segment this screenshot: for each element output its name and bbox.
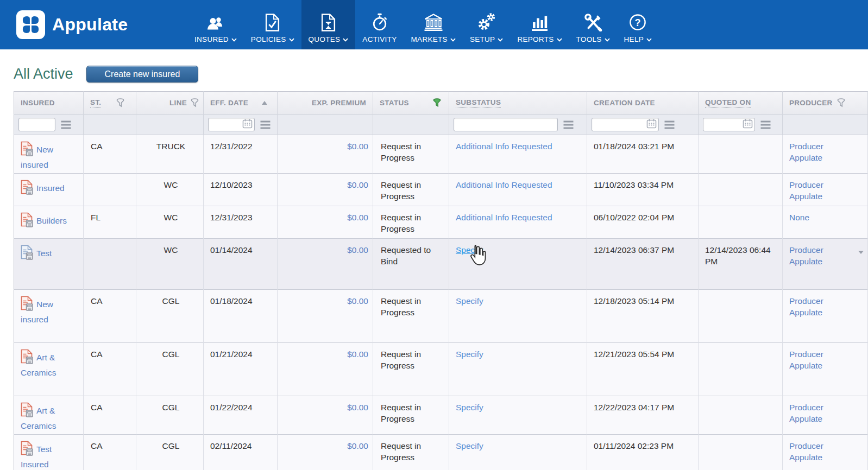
cell-creation-date: 06/10/2022 02:04 PM bbox=[587, 206, 699, 238]
filter-cell-line bbox=[136, 115, 204, 135]
insured-row: TestWC01/14/2024$0.00Requested to BindSp… bbox=[14, 238, 868, 289]
premium-amount: $0.00 bbox=[347, 213, 368, 222]
brand[interactable]: Appulate bbox=[0, 0, 160, 49]
cell-substatus: Specify bbox=[449, 238, 587, 289]
page-body: All Active Create new insured INSUREDST.… bbox=[0, 49, 868, 470]
column-label: SUBSTATUS bbox=[456, 98, 501, 108]
column-label: INSURED bbox=[21, 99, 55, 107]
filter-menu-button[interactable] bbox=[760, 120, 771, 129]
calendar-icon[interactable] bbox=[646, 118, 657, 131]
filter-menu-button[interactable] bbox=[664, 120, 675, 129]
premium-amount: $0.00 bbox=[347, 441, 368, 450]
sort-ascending-icon[interactable] bbox=[262, 101, 267, 105]
cell-exp-premium: $0.00 bbox=[278, 396, 373, 434]
substatus-link[interactable]: Specify bbox=[456, 350, 483, 359]
nav-item-reports[interactable]: REPORTS bbox=[510, 0, 569, 49]
substatus-link[interactable]: Specify bbox=[456, 403, 483, 412]
column-header-creation_date[interactable]: CREATION DATE bbox=[587, 92, 699, 115]
column-header-state[interactable]: ST. bbox=[84, 92, 136, 115]
producer-link[interactable]: Producer Appulate bbox=[789, 402, 839, 425]
premium-amount: $0.00 bbox=[347, 403, 368, 412]
calendar-icon[interactable] bbox=[242, 118, 253, 131]
cell-insured: Insured bbox=[14, 173, 84, 206]
cell-state: CA bbox=[84, 289, 136, 342]
filter-input-insured[interactable] bbox=[18, 118, 55, 131]
create-new-insured-button[interactable]: Create new insured bbox=[86, 66, 199, 82]
substatus-link[interactable]: Additional Info Requested bbox=[456, 142, 552, 151]
producer-link[interactable]: None bbox=[789, 212, 809, 224]
insured-row: InsuredWC12/10/2023$0.00Request in Progr… bbox=[14, 173, 868, 206]
premium-amount: $0.00 bbox=[347, 296, 368, 306]
filter-icon[interactable] bbox=[116, 98, 124, 107]
nav-item-insured[interactable]: INSURED bbox=[187, 0, 244, 49]
column-header-quoted_on[interactable]: QUOTED ON bbox=[699, 92, 783, 115]
filter-input-quoted_on[interactable] bbox=[706, 120, 743, 129]
nav-item-quotes[interactable]: QUOTES bbox=[301, 0, 356, 49]
filter-input-substatus[interactable] bbox=[454, 118, 558, 131]
column-header-insured[interactable]: INSURED bbox=[14, 92, 84, 115]
cell-producer: None bbox=[783, 206, 868, 238]
cell-eff-date: 02/11/2024 bbox=[204, 434, 278, 470]
filter-menu-button[interactable] bbox=[60, 120, 72, 129]
cell-exp-premium: $0.00 bbox=[278, 342, 373, 396]
appulate-logo-icon bbox=[16, 10, 45, 39]
svg-text:?: ? bbox=[635, 17, 641, 28]
producer-link[interactable]: Producer Appulate bbox=[789, 141, 839, 164]
filter-icon[interactable] bbox=[837, 98, 845, 107]
substatus-link[interactable]: Additional Info Requested bbox=[456, 180, 552, 189]
cell-status: Request in Progress bbox=[373, 289, 449, 342]
cell-creation-date: 12/21/2023 05:54 PM bbox=[587, 342, 699, 396]
nav-item-policies[interactable]: POLICIES bbox=[244, 0, 301, 49]
column-header-exp_premium[interactable]: EXP. PREMIUM bbox=[278, 92, 373, 115]
column-header-line[interactable]: LINE bbox=[136, 92, 204, 115]
column-label: LINE bbox=[169, 99, 187, 107]
brand-name: Appulate bbox=[52, 15, 128, 35]
column-header-producer[interactable]: PRODUCER bbox=[783, 92, 868, 115]
column-header-status[interactable]: STATUS bbox=[373, 92, 449, 115]
insured-link[interactable]: Insured bbox=[36, 183, 65, 193]
column-header-eff_date[interactable]: EFF. DATE bbox=[204, 92, 278, 115]
cell-quoted-on bbox=[699, 289, 783, 342]
insured-document-icon bbox=[21, 212, 34, 231]
cell-insured: Builders bbox=[14, 206, 84, 238]
substatus-link[interactable]: Additional Info Requested bbox=[456, 213, 552, 222]
filter-menu-button[interactable] bbox=[563, 120, 574, 129]
insured-link[interactable]: Test bbox=[36, 249, 52, 258]
cell-line: CGL bbox=[136, 396, 204, 434]
nav-item-setup[interactable]: SETUP bbox=[463, 0, 511, 49]
substatus-link[interactable]: Specify bbox=[456, 441, 483, 450]
insured-link[interactable]: Builders bbox=[36, 216, 67, 225]
cell-state: FL bbox=[84, 206, 136, 238]
filter-menu-button[interactable] bbox=[260, 120, 271, 129]
row-actions-dropdown-icon[interactable] bbox=[858, 251, 864, 254]
nav-item-tools[interactable]: TOOLS bbox=[569, 0, 617, 49]
producer-link[interactable]: Producer Appulate bbox=[789, 296, 839, 319]
cell-substatus: Specify bbox=[449, 289, 587, 342]
cell-insured: Test Insured bbox=[14, 434, 84, 470]
cell-status: Request in Progress bbox=[373, 396, 449, 434]
producer-link[interactable]: Producer Appulate bbox=[789, 441, 839, 463]
producer-link[interactable]: Producer Appulate bbox=[789, 245, 839, 268]
cell-creation-date: 12/14/2023 06:37 PM bbox=[587, 238, 699, 289]
filter-active-icon[interactable] bbox=[433, 98, 441, 107]
chevron-down-icon bbox=[498, 35, 503, 43]
filter-input-eff_date[interactable] bbox=[211, 120, 242, 129]
cell-state bbox=[84, 238, 136, 289]
cell-substatus: Additional Info Requested bbox=[449, 173, 587, 206]
cell-quoted-on bbox=[699, 396, 783, 434]
substatus-link[interactable]: Specify bbox=[456, 245, 483, 255]
nav-item-activity[interactable]: ACTIVITY bbox=[355, 0, 404, 49]
premium-amount: $0.00 bbox=[347, 142, 368, 151]
producer-link[interactable]: Producer Appulate bbox=[789, 180, 839, 202]
producer-link[interactable]: Producer Appulate bbox=[789, 349, 839, 372]
nav-item-help[interactable]: ?HELP bbox=[617, 0, 659, 49]
filter-icon[interactable] bbox=[191, 98, 199, 107]
column-label: ST. bbox=[90, 98, 101, 108]
substatus-link[interactable]: Specify bbox=[456, 296, 483, 306]
column-header-substatus[interactable]: SUBSTATUS bbox=[449, 92, 587, 115]
filter-input-creation_date[interactable] bbox=[594, 120, 646, 129]
nav-item-markets[interactable]: MARKETS bbox=[404, 0, 463, 49]
calendar-icon[interactable] bbox=[743, 118, 753, 131]
column-label: QUOTED ON bbox=[705, 98, 751, 108]
cell-producer: Producer Appulate bbox=[783, 434, 868, 470]
